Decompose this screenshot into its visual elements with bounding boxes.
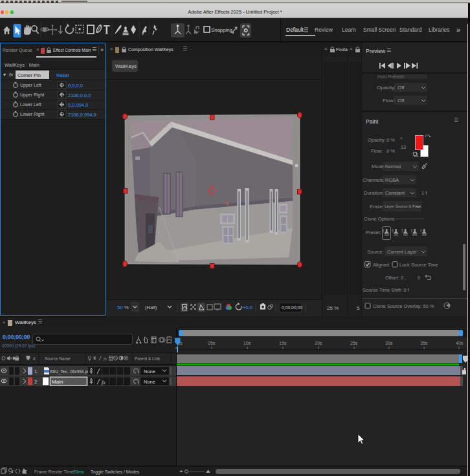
svg-text:1: 1: [34, 369, 38, 374]
svg-text:Frame Render Time:: Frame Render Time:: [34, 470, 74, 474]
svg-text:(Half): (Half): [145, 305, 157, 310]
svg-text:Standard: Standard: [399, 27, 422, 33]
svg-text:Snapping: Snapping: [211, 27, 232, 33]
svg-text:Main: Main: [52, 379, 63, 385]
svg-text:15s: 15s: [279, 341, 287, 345]
svg-text:SSU_Tex...06x994.png: SSU_Tex...06x994.png: [50, 369, 92, 374]
svg-text:Parent & Link: Parent & Link: [135, 356, 161, 361]
svg-text:20s: 20s: [315, 341, 322, 345]
svg-text:25s: 25s: [350, 341, 358, 345]
svg-text:Libraries: Libraries: [429, 27, 450, 33]
svg-text:30ms: 30ms: [73, 470, 84, 474]
svg-text:Learn: Learn: [342, 27, 356, 33]
svg-text:%: %: [124, 305, 129, 310]
svg-text:Source Name: Source Name: [45, 356, 71, 361]
svg-text:40s: 40s: [456, 341, 464, 345]
svg-text:+0,0: +0,0: [243, 305, 252, 310]
svg-text:2: 2: [34, 379, 38, 385]
svg-text:fx: fx: [102, 380, 106, 385]
svg-text:30s: 30s: [385, 341, 393, 345]
svg-text:35s: 35s: [420, 341, 428, 345]
svg-text:fx: fx: [104, 356, 107, 362]
svg-text:Default: Default: [286, 27, 304, 33]
svg-text:0;00;00;00: 0;00;00;00: [282, 305, 302, 310]
svg-text:10s: 10s: [243, 341, 251, 345]
svg-text:None: None: [144, 379, 155, 385]
svg-text:50: 50: [117, 305, 122, 310]
svg-text:None: None: [144, 369, 155, 374]
svg-text:#: #: [33, 356, 36, 361]
svg-text:»: »: [456, 26, 460, 34]
svg-text:Toggle Switches / Modes: Toggle Switches / Modes: [91, 470, 140, 475]
svg-text:Review: Review: [315, 27, 333, 33]
svg-text:Small Screen: Small Screen: [363, 27, 396, 33]
svg-text:05s: 05s: [208, 341, 216, 345]
